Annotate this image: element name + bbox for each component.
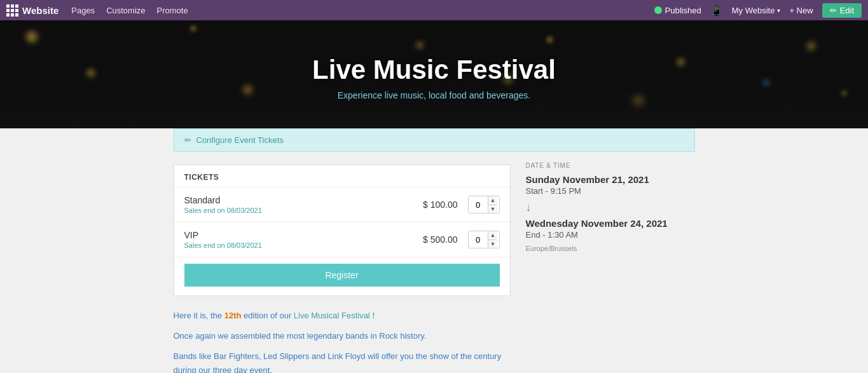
- pencil-icon: ✏: [830, 6, 837, 15]
- edit-button[interactable]: ✏ Edit: [822, 3, 862, 18]
- main-area: TICKETS Standard Sales end on 08/03/2021…: [0, 152, 868, 373]
- new-label: + New: [789, 6, 813, 15]
- my-website-label: My Website: [732, 6, 775, 15]
- chevron-down-icon: ▾: [777, 7, 780, 14]
- bokeh-dot: [26, 31, 38, 43]
- datetime-end-date: Wednesday November 24, 2021: [526, 218, 692, 229]
- mobile-icon[interactable]: 📱: [710, 4, 723, 17]
- event-description: Here it is, the 12th edition of our Live…: [174, 296, 511, 373]
- register-button[interactable]: Register: [184, 264, 500, 287]
- logo-text: Website: [22, 5, 59, 16]
- desc-paragraph-1: Here it is, the 12th edition of our Live…: [174, 309, 511, 323]
- new-button[interactable]: + New: [789, 6, 813, 15]
- ticket-price-vip: $ 500.00: [382, 234, 458, 245]
- left-column: TICKETS Standard Sales end on 08/03/2021…: [174, 152, 511, 373]
- desc-paragraph-2: Once again we assembled the most legenda…: [174, 329, 511, 343]
- bokeh-dot: [764, 80, 769, 85]
- qty-arrows-standard[interactable]: ▲ ▼: [488, 196, 498, 214]
- ticket-info-standard: Standard Sales end on 08/03/2021: [184, 195, 382, 214]
- qty-down-vip[interactable]: ▼: [488, 240, 498, 248]
- desc-p1-edition: 12th: [224, 311, 242, 320]
- ticket-info-vip: VIP Sales end on 08/03/2021: [184, 230, 382, 249]
- datetime-label: DATE & TIME: [526, 162, 692, 169]
- register-area: Register: [174, 257, 510, 295]
- grid-icon: [6, 4, 18, 17]
- qty-down-standard[interactable]: ▼: [488, 205, 498, 214]
- tickets-header: TICKETS: [174, 165, 510, 187]
- ticket-row-standard: Standard Sales end on 08/03/2021 $ 100.0…: [174, 187, 510, 222]
- ticket-name-vip: VIP: [184, 230, 382, 240]
- nav-right: Published 📱 My Website ▾ + New ✏ Edit: [654, 3, 862, 18]
- desc-p1-middle: edition of our: [241, 311, 293, 320]
- qty-arrows-vip[interactable]: ▲ ▼: [488, 231, 498, 248]
- hero-section: Live Music Festival Experience live musi…: [0, 20, 868, 128]
- qty-input-standard[interactable]: [469, 200, 488, 210]
- right-column: DATE & TIME Sunday November 21, 2021 Sta…: [523, 152, 695, 373]
- datetime-end-time: End - 1:30 AM: [526, 230, 692, 240]
- datetime-start-time: Start - 9:15 PM: [526, 186, 692, 196]
- edit-label: Edit: [840, 6, 854, 15]
- published-label: Published: [665, 6, 701, 15]
- bokeh-dot: [807, 42, 815, 50]
- ticket-name-standard: Standard: [184, 195, 382, 205]
- pages-link[interactable]: Pages: [71, 6, 95, 15]
- datetime-arrow-icon: ↓: [526, 201, 692, 214]
- qty-up-vip[interactable]: ▲: [488, 231, 498, 240]
- hero-subtitle: Experience live music, local food and be…: [312, 90, 556, 100]
- page-title: Live Music Festival: [312, 55, 556, 85]
- pencil-icon: ✏: [184, 135, 191, 145]
- desc-p1-before: Here it is, the: [174, 311, 224, 320]
- configure-link[interactable]: Configure Event Tickets: [196, 135, 284, 145]
- nav-links: Pages Customize Promote: [71, 6, 188, 15]
- hero-content: Live Music Festival Experience live musi…: [312, 36, 556, 113]
- ticket-qty-vip[interactable]: ▲ ▼: [468, 231, 500, 248]
- desc-p1-link: Live Musical Festival: [294, 311, 370, 320]
- qty-input-vip[interactable]: [469, 235, 488, 245]
- bokeh-dot: [191, 26, 196, 31]
- desc-paragraph-3: Bands like Bar Fighters, Led Slippers an…: [174, 349, 511, 373]
- content-wrapper: TICKETS Standard Sales end on 08/03/2021…: [174, 152, 695, 373]
- datetime-timezone: Europe/Brussels: [526, 245, 692, 252]
- ticket-qty-standard[interactable]: ▲ ▼: [468, 196, 500, 214]
- promote-link[interactable]: Promote: [157, 6, 188, 15]
- ticket-row-vip: VIP Sales end on 08/03/2021 $ 500.00 ▲ ▼: [174, 222, 510, 257]
- my-website-dropdown[interactable]: My Website ▾: [732, 6, 781, 15]
- bokeh-dot: [677, 58, 684, 65]
- top-navigation: Website Pages Customize Promote Publishe…: [0, 0, 868, 20]
- ticket-price-standard: $ 100.00: [382, 200, 458, 210]
- desc-p1-end: !: [370, 311, 375, 320]
- published-badge: Published: [654, 6, 701, 15]
- qty-up-standard[interactable]: ▲: [488, 196, 498, 205]
- ticket-sales-standard: Sales end on 08/03/2021: [184, 207, 382, 214]
- site-logo[interactable]: Website: [6, 4, 59, 17]
- ticket-sales-vip: Sales end on 08/03/2021: [184, 241, 382, 249]
- configure-banner[interactable]: ✏ Configure Event Tickets: [174, 128, 695, 152]
- tickets-box: TICKETS Standard Sales end on 08/03/2021…: [174, 165, 511, 296]
- bokeh-dot: [87, 69, 95, 77]
- datetime-section: DATE & TIME Sunday November 21, 2021 Sta…: [523, 152, 695, 262]
- published-dot: [654, 6, 662, 14]
- customize-link[interactable]: Customize: [106, 6, 145, 15]
- datetime-start-date: Sunday November 21, 2021: [526, 174, 692, 185]
